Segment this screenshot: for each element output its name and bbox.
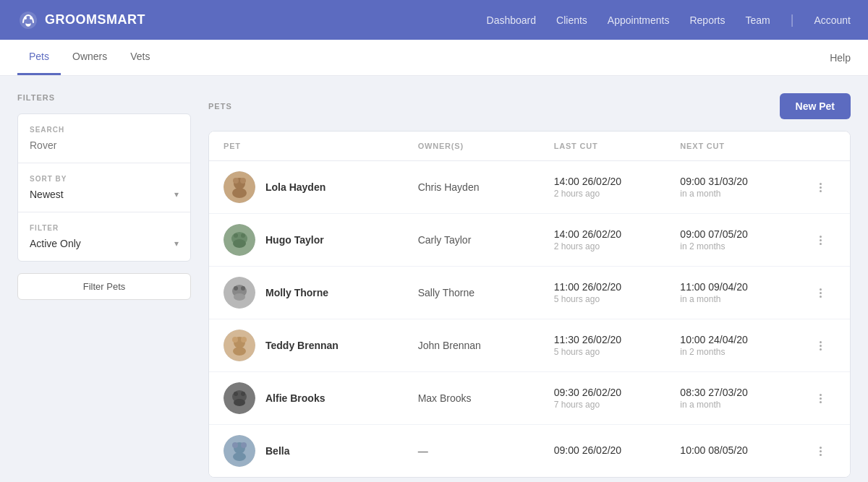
tab-vets[interactable]: Vets: [119, 40, 161, 75]
last-cut-cell: 14:00 26/02/20 2 hours ago: [554, 176, 681, 199]
filter-select[interactable]: Active Only ▾: [30, 238, 179, 249]
svg-point-6: [240, 178, 246, 184]
last-cut-relative: 2 hours ago: [554, 189, 681, 199]
svg-point-2: [30, 17, 33, 20]
svg-point-16: [241, 286, 245, 291]
last-cut-cell: 11:00 26/02/20 5 hours ago: [554, 281, 681, 304]
more-options-icon[interactable]: [807, 394, 835, 403]
pet-avatar: [224, 277, 255, 309]
brand-name: GROOMSMART: [45, 12, 145, 27]
table-row[interactable]: Molly Thorne Sally Thorne 11:00 26/02/20…: [209, 267, 850, 319]
col-next-cut: NEXT CUT: [680, 142, 807, 150]
owner-name: —: [418, 445, 554, 457]
pet-name: Lola Hayden: [265, 181, 326, 193]
table-row[interactable]: Teddy Brennan John Brennan 11:30 26/02/2…: [209, 319, 850, 372]
table-row[interactable]: Bella — 09:00 26/02/20 10:00 08/05/20: [209, 425, 850, 477]
last-cut-relative: 5 hours ago: [554, 347, 681, 357]
next-cut-time: 09:00 07/05/20: [680, 228, 807, 240]
more-options-icon[interactable]: [807, 447, 835, 456]
more-options-icon[interactable]: [807, 288, 835, 298]
nav-clients[interactable]: Clients: [556, 14, 587, 26]
table-row[interactable]: Alfie Brooks Max Brooks 09:30 26/02/20 7…: [209, 372, 850, 425]
svg-point-25: [234, 392, 238, 396]
col-actions: [807, 142, 835, 150]
next-cut-time: 08:30 27/03/20: [680, 387, 807, 398]
pets-section-title: PETS: [208, 102, 232, 111]
search-input[interactable]: [30, 139, 179, 151]
sort-section: SORT BY Newest ▾: [18, 163, 190, 212]
more-options-icon[interactable]: [807, 183, 835, 192]
next-cut-cell: 09:00 07/05/20 in 2 months: [680, 228, 807, 251]
pets-table: PET OWNER(S) LAST CUT NEXT CUT Lola Hayd…: [208, 131, 851, 478]
more-options-icon[interactable]: [807, 236, 835, 245]
col-owners: OWNER(S): [418, 142, 554, 150]
next-cut-cell: 09:00 31/03/20 in a month: [680, 176, 807, 199]
nav-account[interactable]: Account: [814, 14, 851, 26]
nav-reports[interactable]: Reports: [689, 14, 725, 26]
svg-point-1: [24, 17, 27, 20]
last-cut-time: 14:00 26/02/20: [554, 176, 681, 187]
tab-owners[interactable]: Owners: [61, 40, 119, 75]
next-cut-time: 10:00 08/05/20: [680, 444, 807, 456]
pet-cell: Lola Hayden: [224, 171, 418, 203]
sub-nav: Pets Owners Vets Help: [0, 40, 868, 76]
next-cut-relative: in a month: [680, 189, 807, 199]
pet-cell: Alfie Brooks: [224, 382, 418, 414]
svg-point-22: [233, 347, 246, 356]
search-section: SEARCH: [18, 114, 190, 163]
pet-name: Alfie Brooks: [265, 392, 325, 404]
owner-name: Max Brooks: [418, 392, 554, 404]
help-link[interactable]: Help: [830, 52, 851, 64]
brand-logo[interactable]: GROOMSMART: [17, 9, 145, 31]
nav-appointments[interactable]: Appointments: [608, 14, 670, 26]
next-cut-relative: in a month: [680, 294, 807, 304]
owner-name: Chris Hayden: [418, 181, 554, 193]
more-options-icon[interactable]: [807, 341, 835, 350]
last-cut-relative: 7 hours ago: [554, 400, 681, 410]
tab-pets[interactable]: Pets: [17, 40, 61, 75]
table-row[interactable]: Hugo Taylor Carly Taylor 14:00 26/02/20 …: [209, 214, 850, 267]
next-cut-relative: in 2 months: [680, 347, 807, 357]
pet-avatar: [224, 330, 255, 361]
col-last-cut: LAST CUT: [554, 142, 681, 150]
next-cut-cell: 10:00 08/05/20: [680, 444, 807, 457]
table-row[interactable]: Lola Hayden Chris Hayden 14:00 26/02/20 …: [209, 161, 850, 214]
nav-team[interactable]: Team: [745, 14, 770, 26]
next-cut-relative: in 2 months: [680, 241, 807, 251]
next-cut-cell: 10:00 24/04/20 in 2 months: [680, 334, 807, 357]
svg-point-7: [232, 188, 247, 198]
table-header: PET OWNER(S) LAST CUT NEXT CUT: [209, 132, 850, 161]
last-cut-cell: 14:00 26/02/20 2 hours ago: [554, 228, 681, 251]
filters-title: FILTERS: [17, 93, 191, 102]
svg-point-10: [234, 233, 238, 238]
nav-divider: |: [791, 12, 794, 27]
last-cut-time: 09:30 26/02/20: [554, 387, 681, 398]
svg-point-31: [241, 442, 247, 448]
pet-cell: Hugo Taylor: [224, 224, 418, 256]
last-cut-cell: 11:30 26/02/20 5 hours ago: [554, 334, 681, 357]
next-cut-cell: 11:00 09/04/20 in a month: [680, 281, 807, 304]
svg-point-11: [241, 233, 245, 238]
next-cut-relative: in a month: [680, 400, 807, 410]
sort-select[interactable]: Newest ▾: [30, 189, 179, 200]
svg-point-15: [234, 286, 238, 291]
pets-section: PETS New Pet PET OWNER(S) LAST CUT NEXT …: [208, 93, 851, 478]
pet-name: Bella: [265, 445, 289, 457]
svg-point-32: [233, 452, 246, 461]
svg-point-30: [232, 442, 238, 448]
svg-point-26: [241, 392, 245, 396]
filter-pets-button[interactable]: Filter Pets: [17, 273, 191, 300]
pet-avatar: [224, 382, 255, 414]
chevron-down-icon: ▾: [174, 189, 179, 199]
pet-cell: Teddy Brennan: [224, 330, 418, 361]
filter-card: SEARCH SORT BY Newest ▾ FILTER Active On…: [17, 113, 191, 262]
sub-nav-tabs: Pets Owners Vets: [17, 40, 162, 75]
next-cut-cell: 08:30 27/03/20 in a month: [680, 387, 807, 410]
pet-avatar: [224, 171, 255, 203]
nav-dashboard[interactable]: Dashboard: [487, 14, 537, 26]
new-pet-button[interactable]: New Pet: [780, 93, 851, 119]
last-cut-time: 14:00 26/02/20: [554, 228, 681, 240]
svg-point-12: [233, 239, 246, 248]
pet-avatar: [224, 435, 255, 467]
pet-avatar: [224, 224, 255, 256]
